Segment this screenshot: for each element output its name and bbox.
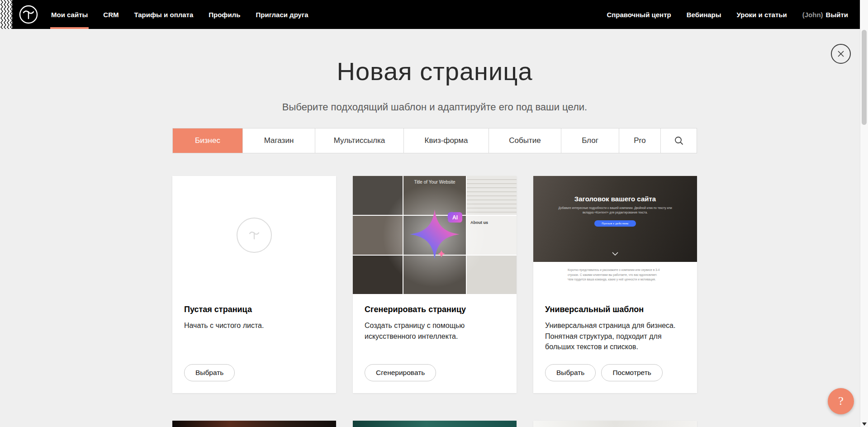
tab-quiz-form[interactable]: Квиз-форма: [403, 128, 489, 153]
template-cards-row-1: Пустая страница Начать с чистого листа. …: [172, 176, 697, 393]
ai-generate-preview[interactable]: Title of Your Website About us: [353, 176, 517, 294]
tab-shop[interactable]: Магазин: [242, 128, 315, 153]
template-cta-button: Призыв к действию: [594, 220, 636, 227]
close-icon: [837, 50, 845, 58]
card-title: Пустая страница: [184, 305, 324, 314]
logout-link[interactable]: Выйти: [826, 11, 848, 19]
card-actions: Выбрать Посмотреть: [545, 364, 685, 381]
card-title: Универсальный шаблон: [545, 305, 685, 314]
choose-blank-button[interactable]: Выбрать: [184, 364, 235, 381]
user-name: (John): [802, 11, 823, 19]
page-title: Новая страница: [172, 57, 697, 86]
card-actions: Выбрать: [184, 364, 324, 381]
scrollbar-thumb[interactable]: [862, 30, 867, 125]
zigzag-icon: [0, 0, 12, 29]
template-preview-image[interactable]: [533, 421, 697, 427]
blank-page-preview[interactable]: [172, 176, 336, 294]
card-description: Создать страницу с помощью искусственног…: [365, 320, 505, 341]
template-preview-image[interactable]: [353, 421, 517, 427]
generate-button[interactable]: Сгенерировать: [365, 364, 436, 381]
template-card-universal: Заголовок вашего сайта Добавьте интересн…: [533, 176, 697, 393]
template-hero-subtext: Добавьте интересные подробности о вашей …: [556, 206, 674, 215]
tab-business[interactable]: Бизнес: [173, 128, 242, 153]
scrollbar[interactable]: [860, 0, 868, 427]
close-button[interactable]: [831, 44, 851, 64]
page-subtitle: Выберите подходящий шаблон и адаптируйте…: [172, 101, 697, 113]
card-description: Универсальная страница для бизнеса. Поня…: [545, 320, 685, 352]
template-category-tabs: Бизнес Магазин Мультиссылка Квиз-форма С…: [172, 128, 697, 153]
tilda-logo[interactable]: [19, 5, 38, 24]
search-icon: [674, 136, 684, 146]
chevron-down-icon: [612, 249, 618, 257]
new-page-dialog: Новая страница Выберите подходящий шабло…: [172, 0, 697, 427]
nav-my-sites[interactable]: Мои сайты: [51, 0, 88, 29]
nav-lessons-articles[interactable]: Уроки и статьи: [737, 0, 787, 29]
card-body: Универсальный шаблон Универсальная стран…: [533, 294, 697, 393]
tab-event[interactable]: Событие: [489, 128, 561, 153]
help-button[interactable]: ?: [828, 388, 854, 414]
ai-badge: AI: [448, 212, 462, 223]
template-card-blank: Пустая страница Начать с чистого листа. …: [172, 176, 336, 393]
template-cards-row-2: [172, 421, 697, 427]
card-actions: Сгенерировать: [365, 364, 505, 381]
card-description: Начать с чистого листа.: [184, 320, 324, 331]
view-template-button[interactable]: Посмотреть: [601, 364, 662, 381]
tab-multilink[interactable]: Мультиссылка: [315, 128, 403, 153]
template-card-partial: [533, 421, 697, 427]
universal-template-preview[interactable]: Заголовок вашего сайта Добавьте интересн…: [533, 176, 697, 294]
card-body: Сгенерировать страницу Создать страницу …: [353, 294, 517, 393]
card-body: Пустая страница Начать с чистого листа. …: [172, 294, 336, 393]
template-body-paragraph: Коротко представьтесь и расскажите о ком…: [568, 262, 663, 294]
template-card-ai-generate: Title of Your Website About us: [353, 176, 517, 393]
scrollbar-down-arrow[interactable]: [862, 422, 867, 426]
tilda-watermark-icon: [237, 218, 272, 253]
choose-template-button[interactable]: Выбрать: [545, 364, 596, 381]
zigzag-pattern-decoration: [0, 0, 12, 29]
tilda-logo-icon: [19, 5, 38, 24]
template-hero-heading: Заголовок вашего сайта: [574, 195, 656, 203]
tab-search[interactable]: [660, 128, 697, 153]
template-card-partial: [353, 421, 517, 427]
user-block: (John) Выйти: [802, 11, 848, 19]
tab-blog[interactable]: Блог: [561, 128, 619, 153]
template-preview-image[interactable]: [172, 421, 336, 427]
nav-crm[interactable]: CRM: [103, 0, 119, 29]
template-hero-section: Заголовок вашего сайта Добавьте интересн…: [533, 176, 697, 262]
template-card-partial: [172, 421, 336, 427]
card-title: Сгенерировать страницу: [365, 305, 505, 314]
tab-pro[interactable]: Pro: [619, 128, 660, 153]
